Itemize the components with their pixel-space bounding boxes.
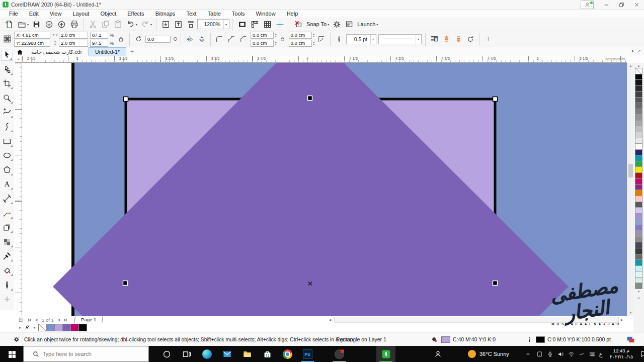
wifi-icon[interactable] bbox=[566, 346, 576, 362]
last-page-button[interactable] bbox=[62, 316, 68, 323]
artistic-media-tool[interactable] bbox=[1, 121, 13, 133]
task-view-icon[interactable] bbox=[177, 346, 196, 362]
pick-tool[interactable] bbox=[1, 49, 13, 61]
horizontal-scrollbar[interactable] bbox=[334, 317, 619, 323]
corner-radius-br-field[interactable]: 0.0 cm bbox=[289, 40, 312, 47]
keyboard-icon[interactable] bbox=[587, 346, 597, 362]
wrap-text-button[interactable] bbox=[429, 34, 439, 44]
menu-text[interactable]: Text bbox=[181, 11, 201, 17]
menu-table[interactable]: Table bbox=[203, 11, 226, 17]
shape-tool[interactable] bbox=[1, 63, 13, 75]
spinner[interactable]: ▴▾ bbox=[313, 41, 315, 46]
audio-icon[interactable] bbox=[577, 346, 587, 362]
chamfered-corner-button[interactable] bbox=[238, 34, 249, 44]
eyedropper-tool[interactable] bbox=[1, 250, 13, 262]
dimension-tool[interactable] bbox=[1, 193, 13, 205]
scalloped-corner-button[interactable] bbox=[226, 34, 236, 44]
color-swatch[interactable] bbox=[46, 324, 55, 331]
store-icon[interactable] bbox=[258, 346, 277, 362]
start-button[interactable] bbox=[0, 346, 23, 362]
vertical-scroll-thumb[interactable] bbox=[628, 164, 633, 177]
tab-document-1[interactable]: كارت شخصي خامة.cdr bbox=[25, 47, 89, 56]
snap-off-button[interactable] bbox=[292, 19, 304, 30]
home-icon[interactable] bbox=[14, 49, 25, 55]
handle-top-middle[interactable] bbox=[308, 96, 312, 101]
chevron-down-icon[interactable]: ▾ bbox=[223, 20, 227, 29]
crop-tool[interactable] bbox=[1, 77, 13, 89]
rotation-angle-field[interactable]: 0.0 bbox=[145, 36, 171, 43]
lock-ratio-button[interactable] bbox=[116, 34, 126, 44]
restore-button[interactable] bbox=[614, 0, 629, 10]
corner-radius-bl-field[interactable]: 0.0 cm bbox=[251, 40, 274, 47]
order-to-back-button[interactable] bbox=[453, 34, 463, 44]
menu-file[interactable]: File bbox=[4, 11, 23, 17]
open-from-cloud-button[interactable] bbox=[43, 19, 55, 30]
color-swatch[interactable] bbox=[54, 324, 63, 331]
menu-bitmaps[interactable]: Bitmaps bbox=[150, 11, 181, 17]
tab-document-2[interactable]: Untitled-1* bbox=[89, 47, 126, 56]
color-swatch[interactable] bbox=[635, 283, 642, 289]
redo-button[interactable] bbox=[139, 19, 151, 30]
docker-arrow-icon[interactable]: ↗ bbox=[637, 48, 641, 53]
show-rulers-button[interactable] bbox=[249, 19, 261, 30]
vertical-scrollbar[interactable]: ▴ ▾ bbox=[627, 63, 633, 316]
scale-height-field[interactable]: 97.5 bbox=[90, 40, 108, 47]
menu-object[interactable]: Object bbox=[95, 11, 121, 17]
open-button[interactable] bbox=[16, 19, 28, 30]
notification-center-icon[interactable]: 1 bbox=[637, 346, 644, 362]
photoshop-icon[interactable]: Ps bbox=[298, 346, 317, 362]
mirror-vertical-button[interactable] bbox=[197, 34, 207, 44]
spinner[interactable]: ▴▾ bbox=[275, 33, 277, 38]
status-gear-icon[interactable] bbox=[13, 332, 20, 346]
scale-width-field[interactable]: 87.1 bbox=[90, 32, 108, 39]
vertical-ruler[interactable] bbox=[15, 63, 22, 316]
line-style-combo[interactable]: ▾ bbox=[378, 34, 422, 44]
outline-width-combo[interactable]: 0.5 pt▾ bbox=[346, 34, 376, 44]
connector-tool[interactable] bbox=[1, 207, 13, 219]
menu-view[interactable]: View bbox=[45, 11, 67, 17]
edge-icon[interactable] bbox=[197, 346, 216, 362]
menu-effects[interactable]: Effects bbox=[122, 11, 149, 17]
speaker-icon[interactable] bbox=[555, 346, 566, 362]
full-screen-preview-button[interactable] bbox=[236, 19, 248, 30]
menu-window[interactable]: Window bbox=[251, 11, 281, 17]
add-page-start-button[interactable] bbox=[17, 316, 24, 323]
print-button[interactable] bbox=[68, 19, 80, 30]
language-indicator[interactable]: ع bbox=[597, 346, 605, 362]
color-swatch[interactable] bbox=[62, 324, 71, 331]
freehand-tool[interactable] bbox=[1, 106, 13, 118]
interactive-fill-tool[interactable] bbox=[1, 264, 13, 277]
relative-corner-scaling-button[interactable] bbox=[316, 34, 327, 44]
corner-radius-tl-field[interactable]: 0.0 cm bbox=[251, 32, 274, 39]
x-position-field[interactable]: X:4.61 cm bbox=[14, 32, 50, 39]
chevron-down-icon[interactable]: ▾ bbox=[376, 23, 378, 26]
ruler-origin[interactable]: + bbox=[15, 56, 22, 63]
previous-page-button[interactable] bbox=[33, 316, 39, 323]
menu-help[interactable]: Help bbox=[282, 11, 303, 17]
object-width-field[interactable]: 2.0 cm bbox=[59, 32, 88, 39]
color-swatch[interactable] bbox=[70, 324, 79, 331]
outline-pen-tool[interactable] bbox=[1, 279, 13, 291]
add-tool-tool[interactable] bbox=[1, 293, 13, 305]
zoom-level-combo[interactable]: 1200%▾ bbox=[197, 19, 229, 29]
file-explorer-icon[interactable] bbox=[237, 346, 257, 362]
drawing-canvas[interactable] bbox=[22, 63, 627, 316]
customize-plus-button[interactable] bbox=[483, 34, 493, 44]
save-to-cloud-button[interactable] bbox=[55, 19, 67, 30]
save-button[interactable] bbox=[30, 19, 42, 30]
minimize-button[interactable] bbox=[599, 0, 614, 10]
chrome-icon[interactable] bbox=[278, 346, 297, 362]
h-scroll-left-icon[interactable]: ◂ bbox=[327, 316, 333, 323]
link-corners-button[interactable] bbox=[279, 35, 287, 43]
undo-button[interactable] bbox=[124, 19, 136, 30]
mirror-horizontal-button[interactable] bbox=[185, 34, 195, 44]
taskbar-search[interactable] bbox=[23, 346, 149, 362]
y-position-field[interactable]: Y:22.988 cm bbox=[14, 40, 50, 47]
zoom-tool[interactable] bbox=[1, 92, 13, 104]
media-player-icon[interactable] bbox=[330, 346, 349, 362]
spinner[interactable]: ▴▾ bbox=[313, 33, 315, 38]
palette-eyedropper-icon[interactable] bbox=[24, 324, 30, 330]
color-swatch[interactable] bbox=[78, 324, 87, 331]
drop-shadow-tool[interactable] bbox=[1, 221, 13, 233]
handle-top-left[interactable] bbox=[124, 97, 128, 102]
